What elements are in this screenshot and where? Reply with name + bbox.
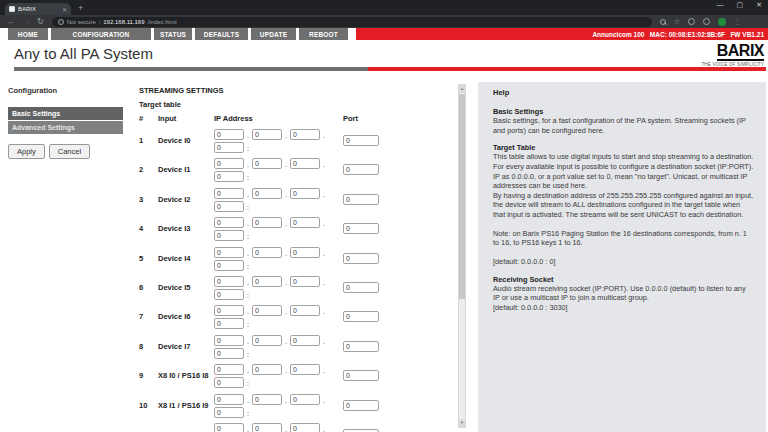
- ip-octet-input[interactable]: [252, 423, 282, 432]
- nav-item-home[interactable]: HOME: [8, 28, 48, 40]
- download-icon[interactable]: [688, 18, 695, 25]
- header-rule-red: [368, 67, 766, 71]
- ip-octet-input[interactable]: [214, 407, 244, 418]
- ip-octet-input[interactable]: [290, 129, 320, 140]
- ip-dot: .: [244, 396, 252, 405]
- port-input[interactable]: [343, 341, 379, 352]
- ip-colon: :: [244, 144, 252, 153]
- port-input[interactable]: [343, 311, 379, 322]
- bookmark-star-icon[interactable]: ☆: [674, 18, 680, 26]
- ip-octet-input[interactable]: [214, 260, 244, 271]
- port-input[interactable]: [343, 370, 379, 381]
- ip-octet-input[interactable]: [290, 188, 320, 199]
- row-num: 4: [139, 224, 143, 233]
- ip-octet-input[interactable]: [252, 394, 282, 405]
- port-input[interactable]: [343, 400, 379, 411]
- ip-octet-input[interactable]: [214, 335, 244, 346]
- ip-octet-input[interactable]: [290, 276, 320, 287]
- notifications-icon[interactable]: [703, 18, 710, 25]
- ip-octet-input[interactable]: [290, 158, 320, 169]
- scroll-up-icon[interactable]: ▲: [459, 85, 465, 93]
- nav-item-update[interactable]: UPDATE: [251, 28, 296, 40]
- ip-address-group: . . . :: [214, 158, 328, 184]
- ip-dot: .: [244, 425, 252, 432]
- ip-octet-input[interactable]: [214, 171, 244, 182]
- back-icon[interactable]: ←: [7, 16, 15, 28]
- nav-item-reboot[interactable]: REBOOT: [299, 28, 348, 40]
- ip-octet-input[interactable]: [290, 364, 320, 375]
- nav-item-status[interactable]: STATUS: [154, 28, 192, 40]
- window-close-icon[interactable]: ✕: [756, 1, 762, 9]
- ip-octet-input[interactable]: [252, 364, 282, 375]
- ip-octet-input[interactable]: [252, 158, 282, 169]
- port-input[interactable]: [343, 194, 379, 205]
- apply-button[interactable]: Apply: [8, 144, 45, 159]
- ip-octet-input[interactable]: [252, 305, 282, 316]
- ip-octet-input[interactable]: [214, 129, 244, 140]
- search-icon[interactable]: [660, 19, 666, 25]
- ip-octet-input[interactable]: [252, 247, 282, 258]
- ip-address-group: . . . :: [214, 188, 328, 214]
- port-input[interactable]: [343, 223, 379, 234]
- ip-octet-input[interactable]: [214, 364, 244, 375]
- address-bar[interactable]: i Not secure | 192.168.11.169 /index.htm…: [52, 17, 652, 27]
- ip-octet-input[interactable]: [214, 394, 244, 405]
- port-input[interactable]: [343, 164, 379, 175]
- ip-octet-input[interactable]: [214, 201, 244, 212]
- ip-octet-input[interactable]: [214, 348, 244, 359]
- row-num: 9: [139, 371, 143, 380]
- ip-address-group: . . . :: [214, 217, 328, 243]
- reload-icon[interactable]: ↻: [37, 16, 44, 28]
- port-input[interactable]: [343, 282, 379, 293]
- forward-icon[interactable]: →: [22, 16, 30, 28]
- window-minimize-icon[interactable]: —: [717, 1, 724, 9]
- cancel-button[interactable]: Cancel: [49, 144, 90, 159]
- ip-octet-input[interactable]: [214, 289, 244, 300]
- ip-octet-input[interactable]: [290, 335, 320, 346]
- ip-octet-input[interactable]: [214, 377, 244, 388]
- help-scrollbar[interactable]: ▲ ▼: [458, 84, 466, 428]
- ip-octet-input[interactable]: [214, 423, 244, 432]
- browser-tab[interactable]: BARIX ✕: [5, 3, 71, 15]
- ip-octet-input[interactable]: [214, 230, 244, 241]
- nav-item-defaults[interactable]: DEFAULTS: [195, 28, 248, 40]
- ip-octet-input[interactable]: [290, 394, 320, 405]
- ip-octet-input[interactable]: [290, 305, 320, 316]
- ip-octet-input[interactable]: [290, 217, 320, 228]
- nav-item-configuration[interactable]: CONFIGURATION: [51, 28, 151, 40]
- scroll-down-icon[interactable]: ▼: [459, 419, 465, 427]
- ip-octet-input[interactable]: [252, 276, 282, 287]
- ip-octet-input[interactable]: [214, 158, 244, 169]
- ip-octet-input[interactable]: [252, 217, 282, 228]
- browser-menu-icon[interactable]: ⋮: [734, 18, 741, 26]
- ip-octet-input[interactable]: [214, 305, 244, 316]
- scrollbar-thumb[interactable]: [459, 94, 465, 299]
- ip-octet-input[interactable]: [290, 247, 320, 258]
- help-text: [default: 0.0.0.0 : 3030]: [493, 303, 754, 313]
- barix-logo: BARIX THE VOICE OF SIMPLICITY: [698, 42, 764, 67]
- ip-octet-input[interactable]: [252, 335, 282, 346]
- ip-octet-input[interactable]: [214, 188, 244, 199]
- sidebar-item-basic-settings[interactable]: Basic Settings: [8, 107, 123, 120]
- info-icon[interactable]: i: [58, 19, 64, 25]
- ip-dot: .: [320, 425, 328, 432]
- ip-octet-input[interactable]: [290, 423, 320, 432]
- tab-close-icon[interactable]: ✕: [62, 6, 67, 13]
- ip-octet-input[interactable]: [252, 188, 282, 199]
- port-input[interactable]: [343, 135, 379, 146]
- profile-avatar[interactable]: [718, 18, 726, 26]
- ip-address-group: . . . :: [214, 129, 328, 155]
- ip-octet-input[interactable]: [214, 217, 244, 228]
- ip-octet-input[interactable]: [214, 247, 244, 258]
- ip-octet-input[interactable]: [214, 318, 244, 329]
- port-input[interactable]: [343, 253, 379, 264]
- new-tab-button[interactable]: +: [78, 3, 83, 14]
- ip-octet-input[interactable]: [252, 129, 282, 140]
- row-num: 7: [139, 312, 143, 321]
- page-content: Any to All PA System BARIX THE VOICE OF …: [0, 40, 768, 432]
- ip-address-group: . . . :: [214, 394, 328, 420]
- sidebar-item-advanced-settings[interactable]: Advanced Settings: [8, 121, 123, 134]
- ip-octet-input[interactable]: [214, 276, 244, 287]
- window-maximize-icon[interactable]: ▢: [737, 1, 744, 9]
- ip-octet-input[interactable]: [214, 142, 244, 153]
